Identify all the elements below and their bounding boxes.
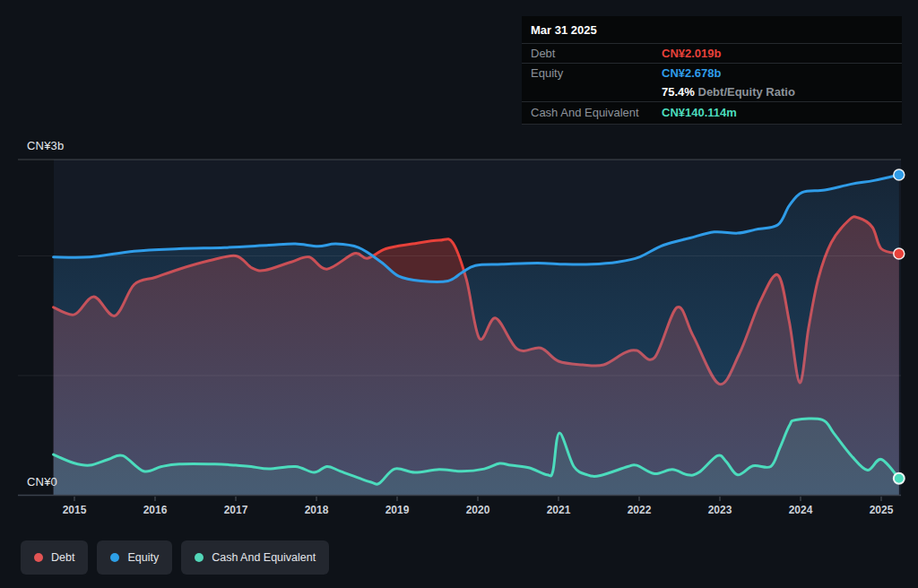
debt-dot-icon [34, 553, 43, 562]
legend-equity-label: Equity [127, 551, 159, 564]
svg-text:2021: 2021 [547, 504, 571, 516]
tooltip-cash-value: CN¥140.114m [662, 106, 737, 119]
legend-cash-button[interactable]: Cash And Equivalent [181, 540, 329, 575]
tooltip-date: Mar 31 2025 [522, 16, 902, 44]
legend-cash-label: Cash And Equivalent [212, 551, 316, 564]
svg-text:2016: 2016 [143, 504, 168, 516]
tooltip-ratio-row: 75.4% Debt/Equity Ratio [522, 82, 902, 101]
legend-debt-button[interactable]: Debt [21, 540, 88, 575]
debt-equity-ratio-label: Debt/Equity Ratio [698, 85, 795, 99]
tooltip-cash-row: Cash And Equivalent CN¥140.114m [522, 101, 902, 125]
legend-equity-button[interactable]: Equity [97, 540, 172, 575]
debt-equity-history-chart: 2015201620172018201920202021202220232024… [0, 0, 918, 588]
svg-text:2022: 2022 [628, 504, 652, 516]
legend-debt-label: Debt [51, 551, 74, 564]
chart-tooltip: Mar 31 2025 Debt CN¥2.019b Equity CN¥2.6… [522, 16, 902, 125]
tooltip-equity-label: Equity [531, 66, 662, 80]
y-axis-zero-label: CN¥0 [27, 475, 57, 489]
svg-text:2024: 2024 [789, 504, 813, 516]
svg-text:2019: 2019 [385, 504, 410, 516]
chart-legend: Debt Equity Cash And Equivalent [21, 540, 329, 575]
tooltip-debt-label: Debt [531, 47, 662, 60]
svg-text:2020: 2020 [466, 504, 490, 516]
tooltip-equity-value: CN¥2.678b [662, 66, 721, 80]
tooltip-equity-row: Equity CN¥2.678b [522, 63, 902, 82]
tooltip-cash-label: Cash And Equivalent [531, 106, 662, 119]
svg-text:2025: 2025 [870, 504, 894, 516]
y-axis-max-label: CN¥3b [27, 139, 64, 152]
tooltip-debt-row: Debt CN¥2.019b [522, 44, 902, 63]
tooltip-ratio-value: 75.4% Debt/Equity Ratio [662, 85, 795, 99]
svg-text:2018: 2018 [305, 504, 329, 516]
svg-text:2017: 2017 [224, 504, 248, 516]
tooltip-debt-value: CN¥2.019b [662, 47, 721, 60]
equity-dot-icon [110, 553, 119, 562]
svg-text:2023: 2023 [708, 504, 732, 516]
svg-text:2015: 2015 [63, 504, 87, 516]
debt-equity-ratio-percent: 75.4% [662, 85, 695, 99]
cash-dot-icon [195, 553, 204, 562]
